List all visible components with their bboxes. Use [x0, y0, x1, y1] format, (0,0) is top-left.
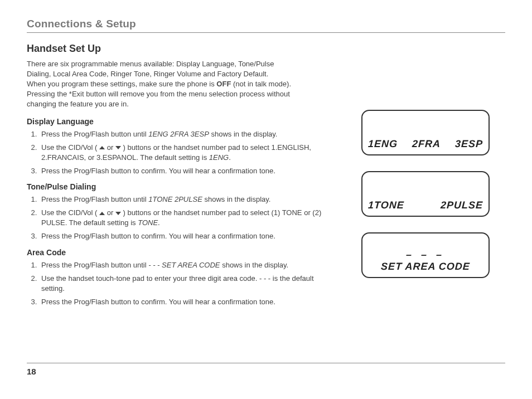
step-ital: 1ENG [209, 153, 229, 162]
manual-page: Connections & Setup Handset Set Up There… [0, 0, 532, 399]
section-header: Connections & Setup [27, 18, 505, 33]
intro-line: Pressing the *Exit button will remove yo… [27, 90, 290, 98]
lcd-screen-area-code: – – – SET AREA CODE [361, 232, 490, 278]
step-ital: 1ENG 2FRA 3ESP [148, 130, 209, 138]
intro-bold: OFF [216, 80, 231, 88]
page-number: 18 [27, 367, 36, 376]
step-text: Press the Prog/Flash button until [41, 195, 148, 203]
step-text: Press the Prog/Flash button until [41, 130, 148, 138]
lcd-text: 1ENG [367, 138, 398, 150]
lcd-line: 1TONE 2PULSE [367, 199, 483, 211]
triangle-down-icon [115, 212, 121, 215]
lcd-text: 2FRA [412, 138, 441, 150]
steps-area-code: Press the Prog/Flash button until - - - … [27, 260, 339, 307]
page-footer: 18 [27, 363, 505, 377]
step: Use the CID/Vol ( or ) buttons or the ha… [39, 208, 339, 228]
step-text: Use the CID/Vol ( [41, 208, 99, 217]
step-text: . [158, 218, 160, 227]
content-columns: Handset Set Up There are six programmabl… [27, 43, 505, 313]
triangle-up-icon [99, 212, 105, 215]
lcd-text: 2PULSE [440, 199, 483, 211]
intro-line: Dialing, Local Area Code, Ringer Tone, R… [27, 70, 268, 78]
step-text: Press the Prog/Flash button to confirm. … [41, 298, 275, 306]
step: Press the Prog/Flash button to confirm. … [39, 231, 339, 241]
lcd-text: 1TONE [367, 199, 404, 211]
subheading-display-language: Display Language [27, 117, 339, 126]
step-text: shows in the display. [220, 261, 289, 269]
step: Press the Prog/Flash button until 1TONE … [39, 194, 339, 205]
step-text: Press the Prog/Flash button until [41, 261, 148, 269]
lcd-screen-language: 1ENG 2FRA 3ESP [361, 110, 490, 155]
step-text: or [105, 143, 115, 152]
left-column: Handset Set Up There are six programmabl… [27, 43, 339, 313]
step-ital: 1TONE 2PULSE [148, 195, 202, 203]
subheading-area-code: Area Code [27, 248, 339, 257]
lcd-text: SET AREA CODE [381, 261, 471, 273]
step-text: Press the Prog/Flash button to confirm. … [41, 232, 275, 240]
right-column: 1ENG 2FRA 3ESP 1TONE 2PULSE – – – SET AR… [361, 43, 501, 313]
step: Press the Prog/Flash button to confirm. … [39, 297, 339, 307]
triangle-down-icon [115, 146, 121, 149]
steps-tone-pulse: Press the Prog/Flash button until 1TONE … [27, 194, 339, 241]
step: Press the Prog/Flash button until - - - … [39, 260, 339, 270]
intro-line: There are six programmable menus availab… [27, 60, 274, 68]
step: Use the CID/Vol ( or ) buttons or the ha… [39, 143, 339, 163]
lcd-line: – – – [367, 249, 483, 261]
step-text: or [105, 208, 115, 217]
step-text: Use the CID/Vol ( [41, 143, 99, 152]
lcd-screen-tone-pulse: 1TONE 2PULSE [361, 171, 490, 217]
step-text: Press the Prog/Flash button to confirm. … [41, 167, 275, 175]
intro-line: When you program these settings, make su… [27, 80, 216, 88]
lcd-text: 3ESP [454, 138, 483, 150]
step-text: shows in the display. [202, 195, 271, 203]
step: Press the Prog/Flash button to confirm. … [39, 166, 339, 176]
page-title: Handset Set Up [27, 43, 339, 55]
step: Press the Prog/Flash button until 1ENG 2… [39, 129, 339, 139]
step-ital: - - - SET AREA CODE [148, 261, 220, 269]
steps-display-language: Press the Prog/Flash button until 1ENG 2… [27, 129, 339, 176]
subheading-tone-pulse: Tone/Pulse Dialing [27, 182, 339, 191]
step: Use the handset touch-tone pad to enter … [39, 274, 339, 294]
section-title: Connections & Setup [27, 18, 136, 30]
step-text: Use the handset touch-tone pad to enter … [41, 274, 314, 293]
lcd-text: – – – [405, 249, 445, 261]
lcd-line: 1ENG 2FRA 3ESP [367, 138, 483, 150]
lcd-line: SET AREA CODE [367, 261, 483, 273]
step-text: shows in the display. [209, 130, 278, 138]
intro-line: changing the feature you are in. [27, 100, 129, 108]
step-text: . [229, 153, 231, 162]
intro-paragraph: There are six programmable menus availab… [27, 59, 339, 109]
intro-line: (not in talk mode). [231, 80, 291, 88]
step-ital: TONE [138, 218, 158, 227]
triangle-up-icon [99, 146, 105, 149]
